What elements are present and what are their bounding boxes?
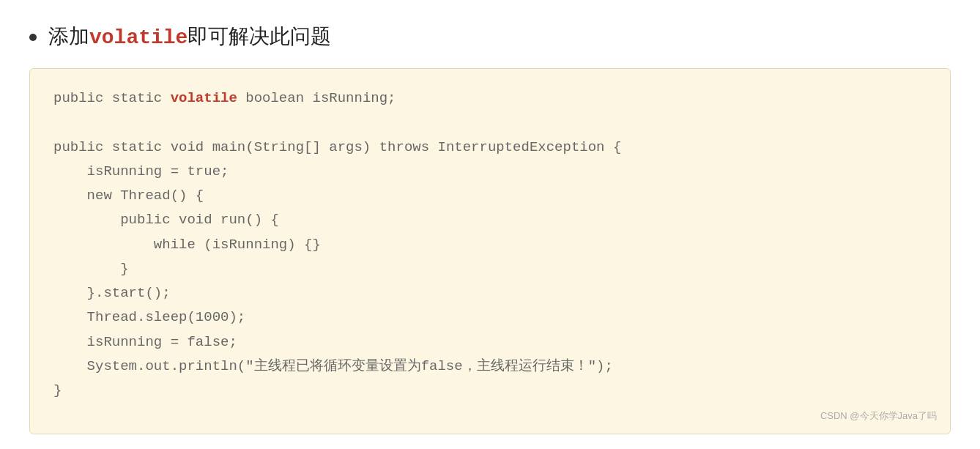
- bullet-prefix: 添加: [48, 25, 89, 48]
- code-block: public static volatile boolean isRunning…: [29, 68, 951, 434]
- code-line-5: new Thread() {: [53, 184, 927, 208]
- code-line-3: public static void main(String[] args) t…: [53, 136, 927, 160]
- code-line-blank: [53, 111, 927, 135]
- code-line-11: isRunning = false;: [53, 330, 927, 355]
- bullet-dot: [29, 34, 37, 41]
- code-line-10: Thread.sleep(1000);: [53, 305, 927, 330]
- code-line-6: public void run() {: [53, 208, 927, 232]
- bullet-suffix: 即可解决此问题: [188, 25, 331, 48]
- watermark: CSDN @今天你学Java了吗: [820, 408, 937, 425]
- code-line-8: }: [53, 257, 927, 281]
- code-line-7: while (isRunning) {}: [53, 233, 927, 257]
- code-line-13: }: [53, 379, 927, 403]
- code-line-9: }.start();: [53, 281, 927, 305]
- code-line-1: public static volatile boolean isRunning…: [53, 86, 927, 111]
- code-line-12: System.out.println("主线程已将循环变量设置为false，主线…: [53, 355, 927, 379]
- bullet-text: 添加volatile即可解决此问题: [48, 22, 331, 52]
- code-line-4: isRunning = true;: [53, 160, 927, 184]
- bullet-section: 添加volatile即可解决此问题: [29, 22, 951, 52]
- bullet-keyword: volatile: [89, 26, 188, 49]
